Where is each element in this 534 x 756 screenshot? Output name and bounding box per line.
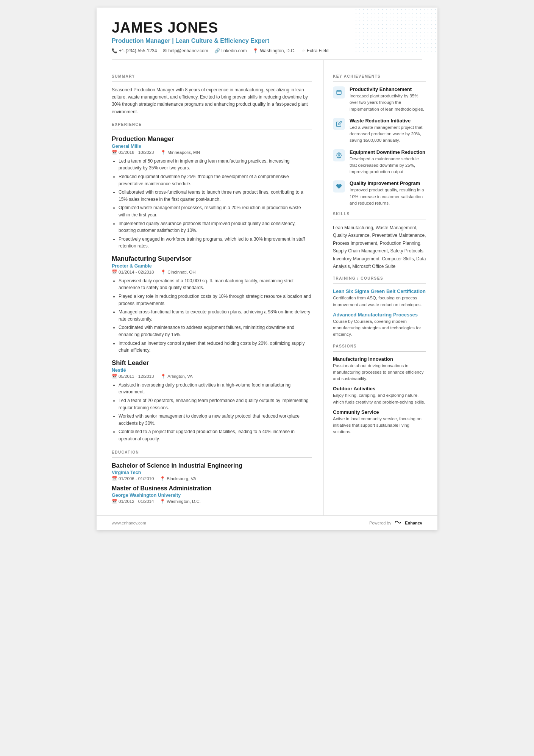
enhancv-branding: Powered by Enhancv bbox=[369, 520, 422, 526]
course-title-1: Lean Six Sigma Green Belt Certification bbox=[333, 288, 426, 294]
contact-bar: 📞 +1-(234)-555-1234 ✉ help@enhancv.com 🔗… bbox=[112, 48, 422, 53]
edu-meta-2: 📅 01/2012 - 01/2014 📍 Washington, D.C. bbox=[112, 499, 312, 504]
edu-location-2: 📍 Washington, D.C. bbox=[160, 499, 201, 504]
page-footer: www.enhancv.com Powered by Enhancv bbox=[97, 515, 437, 530]
calendar-icon-3: 📅 bbox=[112, 374, 117, 379]
job-dates-3: 📅 05/2011 - 12/2013 bbox=[112, 374, 154, 379]
achievement-title-4: Quality Improvement Program bbox=[350, 180, 426, 186]
experience-divider bbox=[112, 130, 312, 130]
job-bullets-3: Assisted in overseeing daily production … bbox=[112, 382, 312, 443]
achievement-text-1: Productivity Enhancement Increased plant… bbox=[350, 86, 426, 113]
course-desc-1: Certification from ASQ, focusing on proc… bbox=[333, 295, 426, 308]
achievements-label: KEY ACHIEVEMENTS bbox=[333, 74, 426, 78]
bullet-1-1: Led a team of 50 personnel in implementi… bbox=[119, 158, 312, 172]
job-meta-3: 📅 05/2011 - 12/2013 📍 Arlington, VA bbox=[112, 374, 312, 379]
achievement-text-3: Equipment Downtime Reduction Developed a… bbox=[350, 149, 426, 175]
link-icon: 🔗 bbox=[214, 48, 220, 53]
passion-desc-1: Passionate about driving innovations in … bbox=[333, 363, 426, 382]
job-bullets-2: Supervised daily operations of a 100,000… bbox=[112, 277, 312, 354]
bullet-3-2: Led a team of 20 operators, enhancing te… bbox=[119, 397, 312, 411]
education-label: EDUCATION bbox=[112, 450, 312, 454]
bullet-2-2: Played a key role in reducing production… bbox=[119, 293, 312, 307]
job-title-2: Manufacturing Supervisor bbox=[112, 255, 312, 263]
job-location-2: 📍 Cincinnati, OH bbox=[161, 269, 195, 275]
brand-name: Enhancv bbox=[405, 521, 422, 525]
achievement-title-3: Equipment Downtime Reduction bbox=[350, 149, 426, 155]
achievement-icon-3 bbox=[333, 149, 345, 161]
passion-desc-2: Enjoy hiking, camping, and exploring nat… bbox=[333, 392, 426, 405]
pin-edu-icon-1: 📍 bbox=[160, 476, 165, 481]
contact-email: ✉ help@enhancv.com bbox=[163, 48, 208, 53]
training-divider bbox=[333, 283, 426, 284]
passion-desc-3: Active in local community service, focus… bbox=[333, 416, 426, 435]
bullet-2-3: Managed cross-functional teams to execut… bbox=[119, 308, 312, 322]
job-meta-2: 📅 01/2014 - 02/2018 📍 Cincinnati, OH bbox=[112, 269, 312, 275]
education-divider bbox=[112, 457, 312, 458]
job-title-1: Production Manager bbox=[112, 135, 312, 143]
svg-rect-0 bbox=[337, 91, 341, 95]
bullet-3-4: Contributed to a project that upgraded p… bbox=[119, 428, 312, 442]
achievements-divider bbox=[333, 81, 426, 82]
course-title-2: Advanced Manufacturing Processes bbox=[333, 312, 426, 318]
skills-divider bbox=[333, 219, 426, 219]
star-icon: ☆ bbox=[301, 49, 305, 53]
degree-2: Master of Business Administration bbox=[112, 485, 312, 492]
passions-label: PASSIONS bbox=[333, 344, 426, 348]
edu-location-1: 📍 Blacksburg, VA bbox=[160, 476, 196, 481]
job-dates-1: 📅 03/2018 - 10/2023 bbox=[112, 150, 154, 155]
school-2: George Washington University bbox=[112, 493, 312, 498]
left-column: SUMMARY Seasoned Production Manager with… bbox=[97, 60, 324, 515]
job-meta-1: 📅 03/2018 - 10/2023 📍 Minneapolis, MN bbox=[112, 150, 312, 155]
phone-icon: 📞 bbox=[112, 48, 117, 53]
training-label: TRAINING / COURSES bbox=[333, 276, 426, 280]
achievement-desc-1: Increased plant productivity by 35% over… bbox=[350, 93, 426, 113]
passion-title-1: Manufacturing Innovation bbox=[333, 356, 426, 362]
passions-divider bbox=[333, 351, 426, 352]
achievement-icon-1 bbox=[333, 86, 345, 99]
pin-icon-2: 📍 bbox=[161, 269, 166, 275]
bullet-2-4: Coordinated with maintenance to address … bbox=[119, 324, 312, 338]
bullet-1-3: Collaborated with cross-functional teams… bbox=[119, 189, 312, 203]
resume-page: JAMES JONES Production Manager | Lean Cu… bbox=[97, 8, 437, 530]
header-section: JAMES JONES Production Manager | Lean Cu… bbox=[97, 8, 437, 59]
achievement-2: Waste Reduction Initiative Led a waste m… bbox=[333, 118, 426, 144]
achievement-title-1: Productivity Enhancement bbox=[350, 86, 426, 92]
achievement-icon-4 bbox=[333, 180, 345, 193]
powered-by-text: Powered by bbox=[369, 521, 391, 525]
edu-dates-1: 📅 01/2006 - 01/2010 bbox=[112, 476, 154, 481]
main-content: SUMMARY Seasoned Production Manager with… bbox=[97, 60, 437, 515]
achievement-title-2: Waste Reduction Initiative bbox=[350, 118, 426, 124]
calendar-icon-1: 📅 bbox=[112, 150, 117, 155]
job-bullets-1: Led a team of 50 personnel in implementi… bbox=[112, 158, 312, 250]
passion-title-2: Outdoor Activities bbox=[333, 386, 426, 391]
contact-location: 📍 Washington, D.C. bbox=[253, 48, 295, 53]
experience-label: EXPERIENCE bbox=[112, 122, 312, 127]
achievement-desc-2: Led a waste management project that decr… bbox=[350, 124, 426, 144]
edu-dates-2: 📅 01/2012 - 01/2014 bbox=[112, 499, 154, 504]
job-company-2: Procter & Gamble bbox=[112, 263, 312, 269]
right-column: KEY ACHIEVEMENTS Productivity Enhancemen… bbox=[324, 60, 437, 515]
summary-divider bbox=[112, 81, 312, 82]
skills-label: SKILLS bbox=[333, 212, 426, 216]
bullet-1-6: Proactively engaged in workforce trainin… bbox=[119, 236, 312, 250]
contact-linkedin: 🔗 linkedin.com bbox=[214, 48, 247, 53]
job-location-1: 📍 Minneapolis, MN bbox=[161, 150, 200, 155]
email-icon: ✉ bbox=[163, 48, 167, 53]
bullet-2-1: Supervised daily operations of a 100,000… bbox=[119, 277, 312, 291]
pin-icon-1: 📍 bbox=[161, 150, 166, 155]
degree-1: Bachelor of Science in Industrial Engine… bbox=[112, 462, 312, 469]
enhancv-logo-icon bbox=[393, 520, 403, 526]
achievement-desc-4: Improved product quality, resulting in a… bbox=[350, 187, 426, 207]
job-company-3: Nestlé bbox=[112, 368, 312, 373]
achievement-1: Productivity Enhancement Increased plant… bbox=[333, 86, 426, 113]
achievement-4: Quality Improvement Program Improved pro… bbox=[333, 180, 426, 207]
achievement-icon-2 bbox=[333, 118, 345, 130]
achievement-text-2: Waste Reduction Initiative Led a waste m… bbox=[350, 118, 426, 144]
pin-edu-icon-2: 📍 bbox=[160, 499, 165, 504]
contact-phone: 📞 +1-(234)-555-1234 bbox=[112, 48, 157, 53]
school-1: Virginia Tech bbox=[112, 470, 312, 475]
achievement-desc-3: Developed a maintenance schedule that de… bbox=[350, 156, 426, 175]
contact-extra: ☆ Extra Field bbox=[301, 48, 328, 53]
skills-text: Lean Manufacturing, Waste Management, Qu… bbox=[333, 224, 426, 270]
bullet-1-4: Optimized waste management processes, re… bbox=[119, 204, 312, 218]
